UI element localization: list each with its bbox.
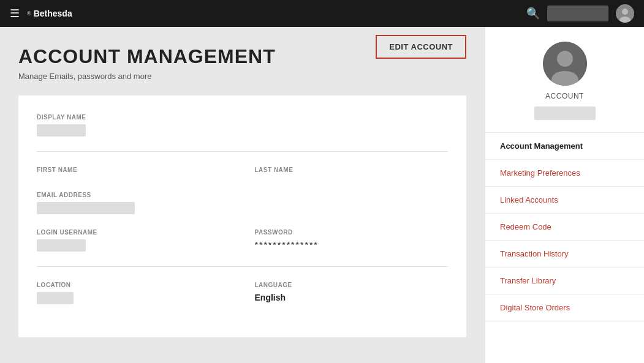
- display-name-row: DISPLAY NAME: [37, 114, 448, 137]
- email-value: [37, 202, 135, 214]
- display-name-label: DISPLAY NAME: [37, 114, 448, 121]
- email-row: EMAIL ADDRESS: [37, 192, 448, 214]
- main-layout: ACCOUNT MANAGEMENT EDIT ACCOUNT Manage E…: [0, 27, 644, 363]
- password-value: **************: [255, 240, 319, 250]
- location-language-row: LOCATION LANGUAGE English: [37, 282, 448, 304]
- header: ☰ ® Bethesda 🔍: [0, 0, 644, 27]
- menu-icon[interactable]: ☰: [10, 7, 20, 20]
- content-area: ACCOUNT MANAGEMENT EDIT ACCOUNT Manage E…: [0, 27, 485, 363]
- password-group: PASSWORD **************: [255, 229, 449, 252]
- sidebar-item-linked-accounts[interactable]: Linked Accounts: [485, 187, 644, 214]
- sidebar-item-transaction-history[interactable]: Transaction History: [485, 241, 644, 268]
- header-left: ☰ ® Bethesda: [10, 7, 72, 20]
- name-row: FIRST NAME LAST NAME: [37, 167, 448, 177]
- avatar-svg: [616, 4, 634, 23]
- email-group: EMAIL ADDRESS: [37, 192, 448, 214]
- svg-point-1: [622, 9, 628, 15]
- display-name-value: [37, 124, 86, 137]
- divider-2: [37, 266, 448, 267]
- language-label: LANGUAGE: [255, 282, 449, 288]
- location-group: LOCATION: [37, 282, 230, 304]
- page-header: ACCOUNT MANAGEMENT EDIT ACCOUNT Manage E…: [18, 45, 466, 95]
- sidebar-nav: Account Management Marketing Preferences…: [485, 132, 644, 321]
- first-name-label: FIRST NAME: [37, 167, 230, 173]
- email-label: EMAIL ADDRESS: [37, 192, 448, 198]
- logo-superscript: ®: [27, 10, 31, 17]
- last-name-label: LAST NAME: [255, 167, 449, 173]
- search-input[interactable]: [547, 6, 608, 21]
- sidebar-avatar: [543, 42, 587, 86]
- header-right: 🔍: [526, 4, 634, 23]
- last-name-group: LAST NAME: [255, 167, 449, 177]
- username-value: [37, 239, 86, 252]
- sidebar-item-transfer-library[interactable]: Transfer Library: [485, 268, 644, 294]
- search-icon[interactable]: 🔍: [526, 7, 540, 20]
- page-subtitle: Manage Emails, passwords and more: [18, 72, 466, 81]
- svg-point-4: [557, 51, 573, 67]
- sidebar-item-marketing-preferences[interactable]: Marketing Preferences: [485, 160, 644, 187]
- sidebar-avatar-svg: [543, 42, 587, 86]
- first-name-group: FIRST NAME: [37, 167, 230, 177]
- divider-1: [37, 151, 448, 152]
- display-name-group: DISPLAY NAME: [37, 114, 448, 137]
- password-label: PASSWORD: [255, 229, 449, 236]
- form-card: DISPLAY NAME FIRST NAME LAST NAME EMAIL …: [18, 95, 466, 337]
- edit-account-button[interactable]: EDIT ACCOUNT: [376, 35, 466, 59]
- language-group: LANGUAGE English: [255, 282, 449, 304]
- sidebar: ACCOUNT Account Management Marketing Pre…: [485, 27, 644, 363]
- location-value: [37, 292, 74, 304]
- sidebar-username: [534, 107, 596, 120]
- avatar[interactable]: [616, 4, 634, 23]
- sidebar-item-account-management[interactable]: Account Management: [485, 133, 644, 160]
- language-value: English: [255, 293, 286, 302]
- location-label: LOCATION: [37, 282, 230, 288]
- logo-text: Bethesda: [34, 9, 72, 18]
- sidebar-item-digital-store-orders[interactable]: Digital Store Orders: [485, 294, 644, 321]
- username-password-row: LOGIN USERNAME PASSWORD **************: [37, 229, 448, 252]
- sidebar-item-redeem-code[interactable]: Redeem Code: [485, 214, 644, 241]
- logo: ® Bethesda: [27, 9, 72, 18]
- username-group: LOGIN USERNAME: [37, 229, 230, 252]
- sidebar-account-label: ACCOUNT: [545, 92, 584, 100]
- username-label: LOGIN USERNAME: [37, 229, 230, 236]
